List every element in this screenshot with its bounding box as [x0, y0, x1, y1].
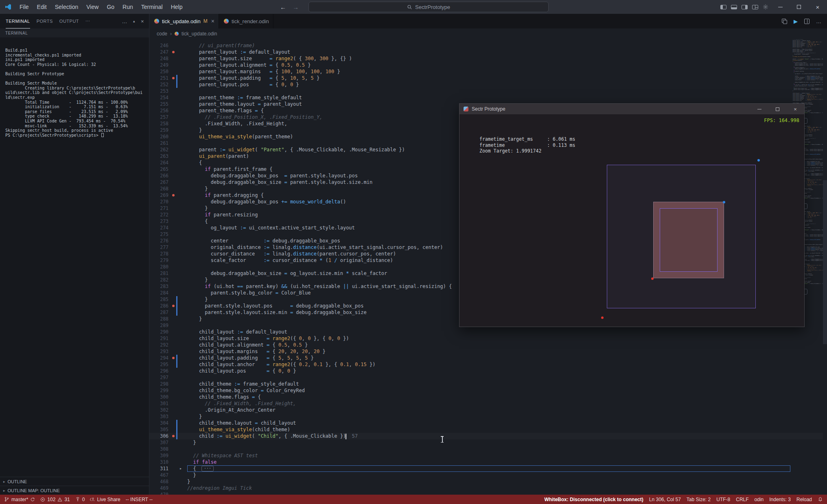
- sectr-prototype-window[interactable]: Sectr Prototype × FPS: 164.998 frametime…: [459, 103, 805, 327]
- sectr-minimize-button[interactable]: [750, 104, 768, 114]
- menu-go[interactable]: Go: [103, 2, 118, 12]
- code-line-250[interactable]: 250 parent_layout.margins = { 100, 100, …: [149, 68, 827, 75]
- close-button[interactable]: ×: [808, 0, 827, 14]
- code-line-311[interactable]: 311▸ { ···: [149, 465, 827, 472]
- sidebar-section-outline[interactable]: ▸ OUTLINE: [0, 477, 149, 486]
- menu-selection[interactable]: Selection: [51, 2, 83, 12]
- code-line-305[interactable]: 305 ui_theme_via_style(child_theme): [149, 426, 827, 433]
- code-line-467[interactable]: 467 }: [149, 472, 827, 478]
- code-line-306[interactable]: 306 child := ui_widget( "Child", { .Mous…: [149, 433, 827, 439]
- gutter-breakpoint-dot[interactable]: [172, 51, 175, 53]
- gutter-breakpoint-dot[interactable]: [172, 305, 175, 307]
- open-changes-icon[interactable]: [782, 19, 787, 24]
- vim-mode-indicator[interactable]: -- INSERT --: [126, 497, 153, 502]
- breadcrumb-folder[interactable]: code: [157, 31, 167, 37]
- live-share-status[interactable]: Live Share: [90, 497, 120, 502]
- tab-size-status[interactable]: Tab Size: 2: [687, 497, 711, 502]
- code-line-251[interactable]: 251 parent_layout.padding = { 5, 10, 5, …: [149, 75, 827, 81]
- gutter-breakpoint-dot[interactable]: [172, 435, 175, 437]
- fold-chevron-icon[interactable]: ▸: [179, 465, 182, 472]
- ports-status[interactable]: 0: [75, 497, 85, 502]
- menu-edit[interactable]: Edit: [33, 2, 51, 12]
- gutter-breakpoint-dot[interactable]: [172, 77, 175, 79]
- sectr-window-titlebar[interactable]: Sectr Prototype ×: [459, 104, 804, 114]
- tab-tick-render[interactable]: tick_render.odin: [219, 14, 273, 28]
- sectr-close-button[interactable]: ×: [786, 104, 804, 114]
- panel-more-actions-icon[interactable]: …: [122, 18, 127, 24]
- code-line-307[interactable]: 307 }: [149, 439, 827, 446]
- code-line-299[interactable]: 299 child_theme.bg_color = Color_GreyRed: [149, 387, 827, 394]
- eol-status[interactable]: CRLF: [736, 497, 748, 502]
- code-line-249[interactable]: 249 parent_layout.alignment = { 0.5, 0.5…: [149, 62, 827, 68]
- code-line-298[interactable]: 298 child_theme := frame_style_default: [149, 381, 827, 387]
- code-line-304[interactable]: 304 child_theme.layout = child_layout: [149, 420, 827, 426]
- menu-view[interactable]: View: [82, 2, 103, 12]
- panel-tabs-overflow-icon[interactable]: ⋯: [85, 14, 90, 28]
- panel-maximize-icon[interactable]: ▴: [133, 19, 135, 23]
- tab-tick-update[interactable]: tick_update.odin M ×: [149, 14, 219, 28]
- vscode-logo-icon[interactable]: [5, 4, 11, 10]
- toggle-sidebar-icon[interactable]: [718, 0, 729, 14]
- menu-help[interactable]: Help: [167, 2, 187, 12]
- code-line-247[interactable]: 247 parent_layout := default_layout: [149, 49, 827, 55]
- menu-terminal[interactable]: Terminal: [137, 2, 167, 12]
- terminal-section-label[interactable]: TERMINAL: [5, 31, 28, 35]
- editor-more-actions-icon[interactable]: …: [816, 18, 821, 24]
- gutter-breakpoint-dot[interactable]: [172, 357, 175, 359]
- code-line-470[interactable]: 470: [149, 491, 827, 495]
- code-line-303[interactable]: 303 }: [149, 413, 827, 420]
- git-branch-status[interactable]: master*: [4, 497, 35, 502]
- panel-close-icon[interactable]: ×: [141, 18, 144, 24]
- settings-gear-icon[interactable]: [760, 0, 771, 14]
- toggle-panel-icon[interactable]: [729, 0, 739, 14]
- toggle-secondary-sidebar-icon[interactable]: [739, 0, 750, 14]
- code-line-293[interactable]: 293 child_layout.margins = { 20, 20, 20,…: [149, 348, 827, 355]
- code-line-248[interactable]: 248 parent_layout.size = range2( { 300, …: [149, 55, 827, 62]
- panel-tab-terminal[interactable]: TERMINAL: [6, 14, 30, 28]
- breadcrumb-file[interactable]: tick_update.odin: [182, 31, 217, 37]
- terminal-output[interactable]: Build.ps1 incremental_checks.ps1 importe…: [0, 37, 149, 477]
- gutter-breakpoint-dot[interactable]: [172, 194, 175, 196]
- code-line-254[interactable]: 254 parent_theme := frame_style_default: [149, 94, 827, 101]
- code-line-292[interactable]: 292 child_layout.alignment = { 0.5, 0.5 …: [149, 342, 827, 348]
- code-line-302[interactable]: 302 .Origin_At_Anchor_Center: [149, 407, 827, 413]
- code-line-468[interactable]: 468}: [149, 478, 827, 485]
- maximize-button[interactable]: [790, 0, 808, 14]
- code-line-296[interactable]: 296 child_layout.pos = { 0, 0 }: [149, 368, 827, 374]
- run-button[interactable]: ▶: [794, 18, 798, 24]
- encoding-status[interactable]: UTF-8: [716, 497, 730, 502]
- code-line-310[interactable]: 310 if false: [149, 459, 827, 465]
- forward-arrow-icon[interactable]: →: [293, 4, 299, 11]
- code-line-246[interactable]: 246 // ui_parent(frame): [149, 42, 827, 49]
- code-line-252[interactable]: 252 parent_layout.pos = { 0, 0 }: [149, 81, 827, 88]
- code-line-297[interactable]: 297: [149, 374, 827, 381]
- notifications-bell-icon[interactable]: [818, 497, 823, 502]
- command-center-search[interactable]: SectrPrototype: [308, 2, 549, 12]
- whitebox-status[interactable]: WhiteBox: Disconnected (click to connect…: [544, 497, 643, 502]
- code-line-309[interactable]: 309 // Whitespace AST test: [149, 452, 827, 459]
- code-line-469[interactable]: 469//endregion Imgui Tick: [149, 485, 827, 491]
- code-line-308[interactable]: 308: [149, 446, 827, 452]
- back-arrow-icon[interactable]: ←: [280, 4, 286, 11]
- indents-status[interactable]: Indents: 3: [769, 497, 791, 502]
- code-line-295[interactable]: 295 child_layout.anchor = range2({ 0.2, …: [149, 361, 827, 368]
- cursor-position-status[interactable]: Ln 306, Col 57: [649, 497, 681, 502]
- tab-close-icon[interactable]: ×: [211, 18, 214, 24]
- reload-status[interactable]: Reload: [796, 497, 812, 502]
- menu-file[interactable]: File: [15, 2, 33, 12]
- menu-run[interactable]: Run: [118, 2, 137, 12]
- code-line-300[interactable]: 300 child_theme.flags = {: [149, 394, 827, 400]
- code-line-291[interactable]: 291 child_layout.size = range2({ 0, 0 },…: [149, 335, 827, 342]
- customize-layout-icon[interactable]: [750, 0, 760, 14]
- code-line-290[interactable]: 290 child_layout := default_layout: [149, 329, 827, 335]
- editor-scrollbar[interactable]: [823, 39, 827, 495]
- sidebar-section-outline-map[interactable]: ▸ OUTLINE MAP: OUTLINE: [0, 486, 149, 495]
- sectr-maximize-button[interactable]: [768, 104, 786, 114]
- child-widget-box[interactable]: [653, 202, 724, 278]
- minimize-button[interactable]: [771, 0, 790, 14]
- sectr-render-viewport[interactable]: FPS: 164.998 frametime_target_ms : 6.061…: [459, 114, 804, 327]
- code-line-253[interactable]: 253: [149, 88, 827, 94]
- split-editor-icon[interactable]: [804, 19, 809, 24]
- code-line-301[interactable]: 301 // .Fixed_Width, .Fixed_Height,: [149, 400, 827, 407]
- problems-status[interactable]: 102 31: [40, 497, 70, 502]
